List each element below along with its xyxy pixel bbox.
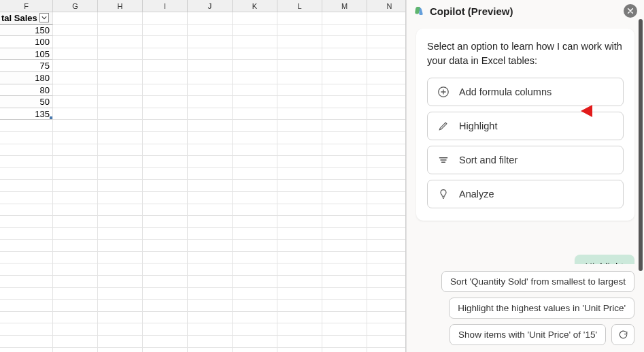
cell[interactable] [322, 12, 367, 25]
cell[interactable] [188, 156, 233, 168]
cell[interactable] [98, 132, 143, 144]
cell[interactable] [0, 312, 53, 324]
cell[interactable] [367, 168, 406, 180]
cell[interactable] [188, 180, 233, 192]
cell[interactable] [233, 288, 277, 300]
cell[interactable] [188, 276, 233, 288]
cell[interactable] [188, 25, 233, 37]
cell[interactable] [98, 180, 143, 192]
cell[interactable] [0, 263, 53, 276]
cell[interactable] [233, 348, 277, 352]
cell[interactable] [98, 204, 143, 217]
cell[interactable] [233, 144, 277, 157]
cell[interactable] [98, 216, 143, 228]
cell[interactable] [188, 48, 233, 61]
cell[interactable] [143, 192, 188, 204]
cell[interactable] [0, 168, 53, 180]
cell[interactable] [233, 216, 277, 228]
column-header[interactable]: M [322, 0, 367, 12]
refresh-suggestions-button[interactable] [611, 324, 634, 345]
cell[interactable]: 50 [0, 96, 53, 108]
cell[interactable] [98, 60, 143, 72]
cell[interactable] [367, 348, 406, 352]
cell[interactable] [98, 12, 143, 25]
cell[interactable] [143, 36, 188, 48]
cell[interactable] [0, 120, 53, 132]
cell[interactable] [233, 60, 277, 72]
cell[interactable] [53, 312, 98, 324]
cell[interactable] [188, 252, 233, 264]
cell[interactable] [188, 263, 233, 276]
cell[interactable] [143, 12, 188, 25]
cell[interactable] [367, 144, 406, 157]
cell[interactable] [277, 12, 322, 25]
cell[interactable] [143, 348, 188, 352]
cell[interactable] [53, 72, 98, 84]
cell[interactable] [367, 276, 406, 288]
cell[interactable] [277, 323, 322, 336]
cell[interactable] [53, 216, 98, 228]
cell[interactable] [322, 72, 367, 84]
cell[interactable] [233, 108, 277, 121]
cell[interactable] [277, 72, 322, 84]
cell[interactable] [322, 48, 367, 61]
cell[interactable] [322, 168, 367, 180]
cell[interactable] [277, 204, 322, 217]
cell[interactable] [277, 180, 322, 192]
filter-dropdown-button[interactable] [39, 13, 49, 22]
cell[interactable] [277, 276, 322, 288]
cell[interactable] [143, 72, 188, 84]
cell[interactable] [322, 252, 367, 264]
cell[interactable] [233, 263, 277, 276]
cell[interactable] [233, 48, 277, 61]
cell[interactable] [322, 180, 367, 192]
cell[interactable] [367, 204, 406, 217]
cell[interactable] [277, 84, 322, 97]
cell[interactable] [143, 204, 188, 217]
cell[interactable] [188, 132, 233, 144]
cell[interactable]: 105 [0, 48, 53, 61]
cell[interactable] [53, 84, 98, 97]
cell[interactable] [98, 25, 143, 37]
cell[interactable] [367, 252, 406, 264]
sort-filter-button[interactable]: Sort and filter [427, 146, 624, 174]
cell[interactable] [233, 96, 277, 108]
column-header[interactable]: H [98, 0, 143, 12]
cell[interactable] [277, 288, 322, 300]
cell[interactable] [0, 336, 53, 348]
cell[interactable]: 100 [0, 36, 53, 48]
cell[interactable] [188, 192, 233, 204]
cell[interactable] [0, 180, 53, 192]
cell[interactable] [53, 120, 98, 132]
suggestion-chip[interactable]: Sort 'Quantity Sold' from smallest to la… [441, 271, 634, 292]
cell[interactable] [188, 120, 233, 132]
cell[interactable] [322, 276, 367, 288]
cell[interactable] [98, 108, 143, 121]
cell[interactable] [233, 72, 277, 84]
cell[interactable] [143, 263, 188, 276]
cell[interactable] [233, 132, 277, 144]
cell[interactable] [143, 144, 188, 157]
cell[interactable]: 180 [0, 72, 53, 84]
cell[interactable] [53, 168, 98, 180]
cell[interactable] [143, 84, 188, 97]
cell[interactable] [188, 72, 233, 84]
cell[interactable] [277, 36, 322, 48]
cell[interactable] [53, 300, 98, 312]
cell[interactable] [233, 36, 277, 48]
cell[interactable] [0, 288, 53, 300]
close-button[interactable] [624, 4, 637, 18]
cell[interactable]: 135 [0, 108, 53, 121]
cell[interactable] [188, 12, 233, 25]
cell[interactable] [322, 240, 367, 252]
cell[interactable] [98, 144, 143, 157]
cell[interactable] [367, 120, 406, 132]
cell[interactable] [143, 240, 188, 252]
column-header[interactable]: L [277, 0, 322, 12]
cell[interactable] [367, 132, 406, 144]
cell[interactable] [367, 263, 406, 276]
cell[interactable] [322, 300, 367, 312]
cell[interactable] [277, 144, 322, 157]
cell[interactable] [98, 300, 143, 312]
cell[interactable] [367, 48, 406, 61]
